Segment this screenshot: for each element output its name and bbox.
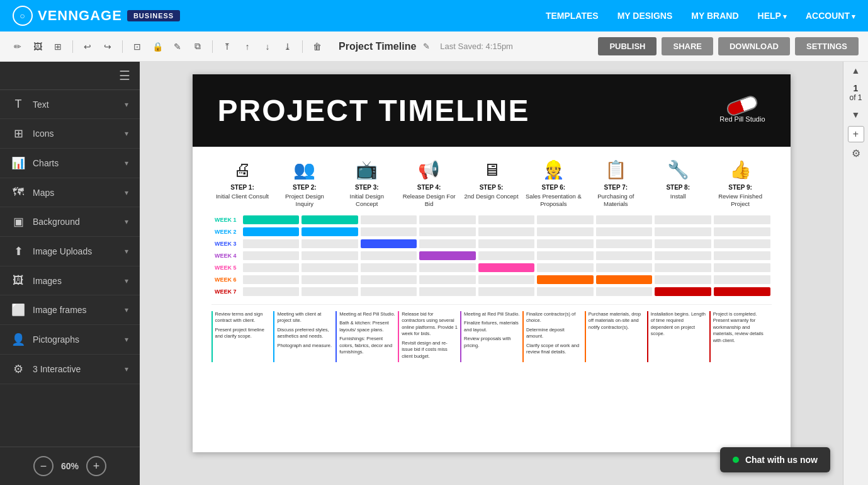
toolbar-icon-copy[interactable]: ⧉: [189, 38, 206, 55]
scroll-down-button[interactable]: ▼: [847, 106, 865, 123]
top-nav: ○ VENNGAGE BUSINESS TEMPLATES MY DESIGNS…: [0, 0, 868, 31]
step-col-9: 👍 STEP 9: Review Finished Project: [709, 159, 772, 208]
sidebar-icon-2: 📊: [11, 156, 25, 170]
step-title-4: Release Design For Bid: [400, 193, 458, 208]
toolbar-icon-move-up[interactable]: ↑: [239, 38, 256, 55]
sidebar-item-3-interactive[interactable]: ⚙ 3 Interactive ▾: [0, 355, 140, 384]
sidebar-item-image-frames[interactable]: ⬜ Image frames ▾: [0, 295, 140, 325]
week-cell-3-1: [243, 239, 300, 248]
toolbar-icon-undo[interactable]: ↩: [79, 38, 96, 55]
toolbar-sep-1: [72, 40, 73, 53]
week-cell-1-5: [478, 215, 535, 224]
week-cell-4-5: [478, 251, 535, 260]
sidebar-item-charts[interactable]: 📊 Charts ▾: [0, 149, 140, 178]
nav-help[interactable]: HELP: [758, 11, 787, 21]
hamburger-menu[interactable]: ☰: [0, 62, 140, 90]
nav-account[interactable]: ACCOUNT: [806, 11, 855, 21]
publish-button[interactable]: PUBLISH: [598, 37, 657, 55]
week-cell-2-1: [243, 227, 300, 236]
step-col-3: 📺 STEP 3: Initial Design Concept: [335, 159, 398, 208]
nav-my-brand[interactable]: MY BRAND: [691, 11, 738, 21]
sidebar-icon-8: 👤: [11, 333, 25, 346]
red-pill-text: Red Pill Studio: [719, 115, 765, 123]
week-cell-1-8: [655, 215, 711, 224]
share-button[interactable]: SHARE: [662, 37, 713, 55]
week-cell-3-2: [302, 239, 358, 248]
week-cells-7: [242, 287, 772, 296]
canvas-document: PROJECT TIMELINE Red Pill Studio 🖨 STEP …: [193, 74, 791, 452]
download-button[interactable]: DOWNLOAD: [718, 37, 790, 55]
step-title-7: Purchasing of Materials: [587, 193, 645, 208]
sidebar-label-5: Image Uploads: [33, 246, 92, 256]
toolbar-icon-move-top[interactable]: ⤒: [219, 38, 235, 55]
sidebar-arrow-5: ▾: [125, 247, 128, 256]
sidebar-icon-5: ⬆: [11, 244, 25, 258]
sidebar-item-background[interactable]: ▣ Background ▾: [0, 207, 140, 237]
sidebar-arrow-9: ▾: [125, 365, 128, 374]
canvas-area[interactable]: PROJECT TIMELINE Red Pill Studio 🖨 STEP …: [140, 62, 843, 485]
toolbar-icon-crop[interactable]: ⊡: [129, 38, 145, 55]
notes-col-7: Purchase materials, drop off materials o…: [585, 311, 647, 363]
zoom-controls: − 60% +: [0, 447, 140, 485]
document-title: Project Timeline: [339, 41, 416, 52]
toolbar-icon-edit[interactable]: ✎: [169, 38, 186, 55]
notes-item: Meeting with client at project site.: [277, 311, 333, 324]
week-cell-1-1: [243, 215, 300, 224]
business-badge: BUSINESS: [127, 10, 180, 21]
sidebar-label-6: Images: [33, 276, 62, 286]
step-title-6: Sales Presentation & Proposals: [525, 193, 582, 208]
step-num-3: STEP 3:: [355, 184, 379, 191]
week-cell-5-7: [596, 263, 653, 272]
toolbar-icon-redo[interactable]: ↪: [99, 38, 116, 55]
toolbar-icon-image[interactable]: 🖼: [30, 38, 46, 55]
title-edit-icon[interactable]: ✎: [423, 42, 430, 51]
sidebar-item-icons[interactable]: ⊞ Icons ▾: [0, 119, 140, 149]
step-num-4: STEP 4:: [417, 184, 441, 191]
sidebar-icon-4: ▣: [11, 215, 25, 229]
page-settings-icon[interactable]: ⚙: [848, 145, 864, 161]
step-num-7: STEP 7:: [604, 184, 628, 191]
week-row-4: WEEK 4: [211, 251, 772, 261]
zoom-in-button[interactable]: +: [86, 456, 106, 476]
step-icon-1: 🖨: [234, 159, 251, 180]
notes-col-4: Release bid for contractors using severa…: [398, 311, 460, 363]
settings-button[interactable]: SETTINGS: [795, 37, 859, 55]
nav-templates[interactable]: TEMPLATES: [546, 11, 599, 21]
toolbar-icon-lock[interactable]: 🔒: [149, 38, 166, 55]
toolbar: ✏ 🖼 ⊞ ↩ ↪ ⊡ 🔒 ✎ ⧉ ⤒ ↑ ↓ ⤓ 🗑 Project Time…: [0, 31, 868, 62]
step-icon-2: 👥: [293, 159, 315, 180]
sidebar-item-text[interactable]: T Text ▾: [0, 90, 140, 119]
zoom-out-button[interactable]: −: [33, 456, 54, 476]
toolbar-icon-grid[interactable]: ⊞: [50, 38, 66, 55]
notes-col-5: Meeting at Red Pill Studio.Finalize fixt…: [460, 311, 522, 363]
week-cell-4-1: [243, 251, 300, 260]
sidebar-arrow-7: ▾: [125, 305, 128, 314]
toolbar-icon-trash[interactable]: 🗑: [309, 38, 325, 55]
page-number: 1: [849, 83, 862, 93]
sidebar-arrow-4: ▾: [125, 217, 128, 226]
nav-links: TEMPLATES MY DESIGNS MY BRAND HELP ACCOU…: [546, 11, 855, 21]
toolbar-icon-move-bottom[interactable]: ⤓: [279, 38, 296, 55]
add-page-button[interactable]: +: [848, 126, 864, 142]
week-row-7: WEEK 7: [211, 287, 772, 297]
chat-widget[interactable]: Chat with us now: [720, 447, 830, 472]
sidebar-item-maps[interactable]: 🗺 Maps ▾: [0, 178, 140, 207]
notes-item: Determine deposit amount.: [526, 327, 582, 340]
notes-item: Finalize fixtures, materials and layout.: [464, 320, 520, 333]
week-cell-2-9: [714, 227, 770, 236]
sidebar-items: T Text ▾ ⊞ Icons ▾ 📊 Charts ▾ 🗺 Maps ▾ ▣…: [0, 90, 140, 384]
toolbar-icon-pen[interactable]: ✏: [9, 38, 26, 55]
toolbar-icon-move-down[interactable]: ↓: [259, 38, 276, 55]
step-col-8: 🔧 STEP 8: Install: [647, 159, 709, 208]
sidebar-item-pictographs[interactable]: 👤 Pictographs ▾: [0, 325, 140, 355]
sidebar: ☰ T Text ▾ ⊞ Icons ▾ 📊 Charts ▾ 🗺 Maps ▾…: [0, 62, 140, 485]
week-cell-1-9: [714, 215, 770, 224]
sidebar-item-image-uploads[interactable]: ⬆ Image Uploads ▾: [0, 237, 140, 266]
document-header: PROJECT TIMELINE Red Pill Studio: [193, 74, 791, 147]
notes-col-9: Project is completed. Present warranty f…: [709, 311, 772, 363]
scroll-up-button[interactable]: ▲: [847, 62, 865, 79]
week-cell-7-3: [361, 287, 417, 296]
nav-my-designs[interactable]: MY DESIGNS: [617, 11, 673, 21]
sidebar-item-images[interactable]: 🖼 Images ▾: [0, 266, 140, 295]
week-cell-7-9: [714, 287, 770, 296]
